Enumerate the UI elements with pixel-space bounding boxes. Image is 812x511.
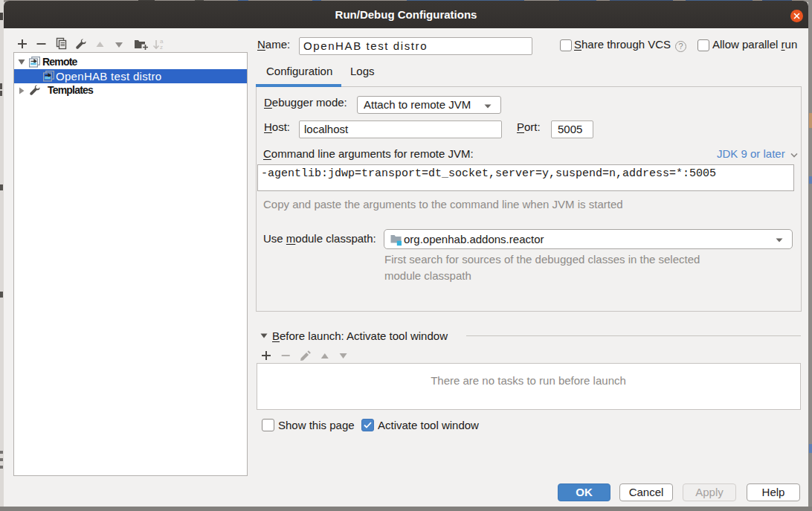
svg-text:z: z xyxy=(160,44,163,51)
